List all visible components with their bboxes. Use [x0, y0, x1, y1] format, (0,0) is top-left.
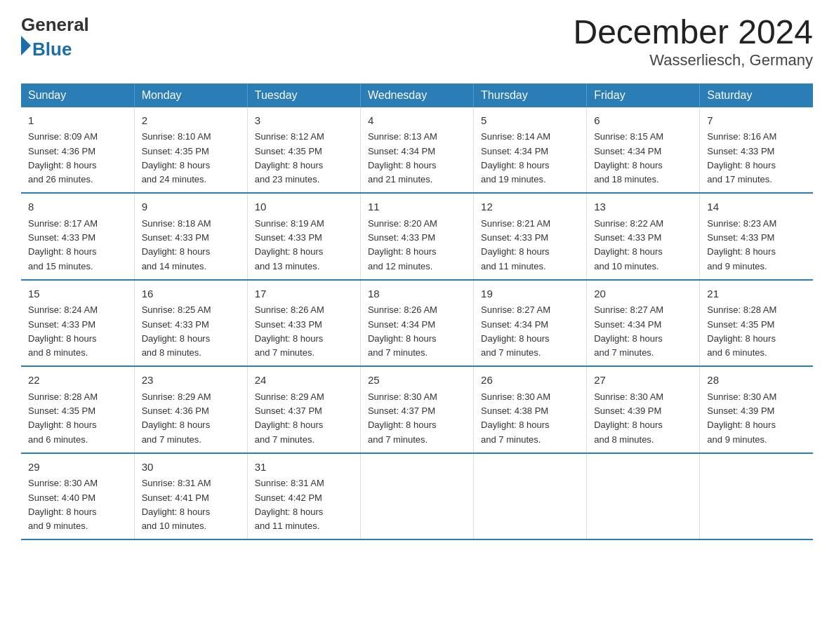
day-info: Sunrise: 8:10 AMSunset: 4:35 PMDaylight:… [142, 131, 211, 185]
day-number: 8 [28, 199, 127, 215]
table-cell: 18Sunrise: 8:26 AMSunset: 4:34 PMDayligh… [360, 280, 473, 367]
day-info: Sunrise: 8:30 AMSunset: 4:39 PMDaylight:… [707, 391, 776, 445]
day-info: Sunrise: 8:28 AMSunset: 4:35 PMDaylight:… [28, 391, 98, 445]
table-cell: 16Sunrise: 8:25 AMSunset: 4:33 PMDayligh… [134, 280, 247, 367]
day-info: Sunrise: 8:23 AMSunset: 4:33 PMDaylight:… [707, 218, 776, 271]
table-cell: 21Sunrise: 8:28 AMSunset: 4:35 PMDayligh… [700, 280, 813, 367]
table-cell: 29Sunrise: 8:30 AMSunset: 4:40 PMDayligh… [21, 453, 134, 540]
table-cell: 2Sunrise: 8:10 AMSunset: 4:35 PMDaylight… [134, 107, 247, 194]
day-number: 14 [707, 199, 806, 215]
table-cell: 27Sunrise: 8:30 AMSunset: 4:39 PMDayligh… [587, 366, 700, 453]
day-info: Sunrise: 8:22 AMSunset: 4:33 PMDaylight:… [594, 218, 663, 271]
day-number: 12 [481, 199, 579, 215]
day-number: 17 [255, 286, 353, 302]
day-number: 21 [707, 286, 806, 302]
day-info: Sunrise: 8:29 AMSunset: 4:37 PMDaylight:… [255, 391, 324, 445]
day-info: Sunrise: 8:12 AMSunset: 4:35 PMDaylight:… [255, 131, 324, 185]
table-cell: 1Sunrise: 8:09 AMSunset: 4:36 PMDaylight… [21, 107, 134, 194]
week-row-2: 8Sunrise: 8:17 AMSunset: 4:33 PMDaylight… [21, 193, 813, 280]
day-info: Sunrise: 8:15 AMSunset: 4:34 PMDaylight:… [594, 131, 663, 185]
day-number: 3 [255, 113, 353, 129]
day-info: Sunrise: 8:29 AMSunset: 4:36 PMDaylight:… [142, 391, 211, 445]
logo: General Blue [21, 14, 89, 60]
day-info: Sunrise: 8:30 AMSunset: 4:38 PMDaylight:… [481, 391, 550, 445]
day-info: Sunrise: 8:27 AMSunset: 4:34 PMDaylight:… [481, 304, 550, 358]
day-info: Sunrise: 8:09 AMSunset: 4:36 PMDaylight:… [28, 131, 98, 185]
day-info: Sunrise: 8:26 AMSunset: 4:33 PMDaylight:… [255, 304, 324, 358]
logo-general-text: General [21, 14, 89, 35]
day-info: Sunrise: 8:31 AMSunset: 4:42 PMDaylight:… [255, 478, 324, 531]
table-cell: 15Sunrise: 8:24 AMSunset: 4:33 PMDayligh… [21, 280, 134, 367]
calendar-title: December 2024 [573, 14, 813, 51]
table-cell: 31Sunrise: 8:31 AMSunset: 4:42 PMDayligh… [247, 453, 360, 540]
day-number: 16 [142, 286, 240, 302]
day-number: 23 [142, 373, 240, 389]
header-wednesday: Wednesday [360, 83, 473, 107]
day-info: Sunrise: 8:25 AMSunset: 4:33 PMDaylight:… [142, 304, 211, 358]
day-info: Sunrise: 8:17 AMSunset: 4:33 PMDaylight:… [28, 218, 98, 271]
table-cell: 3Sunrise: 8:12 AMSunset: 4:35 PMDaylight… [247, 107, 360, 194]
table-cell: 10Sunrise: 8:19 AMSunset: 4:33 PMDayligh… [247, 193, 360, 280]
day-info: Sunrise: 8:31 AMSunset: 4:41 PMDaylight:… [142, 478, 211, 531]
header-thursday: Thursday [474, 83, 587, 107]
day-number: 25 [368, 373, 466, 389]
table-cell: 4Sunrise: 8:13 AMSunset: 4:34 PMDaylight… [360, 107, 473, 194]
table-cell: 19Sunrise: 8:27 AMSunset: 4:34 PMDayligh… [474, 280, 587, 367]
calendar-subtitle: Wasserliesch, Germany [573, 51, 813, 69]
week-row-5: 29Sunrise: 8:30 AMSunset: 4:40 PMDayligh… [21, 453, 813, 540]
table-cell: 23Sunrise: 8:29 AMSunset: 4:36 PMDayligh… [134, 366, 247, 453]
day-number: 30 [142, 459, 240, 476]
day-number: 27 [594, 373, 692, 389]
header-monday: Monday [134, 83, 247, 107]
table-cell: 26Sunrise: 8:30 AMSunset: 4:38 PMDayligh… [474, 366, 587, 453]
day-info: Sunrise: 8:18 AMSunset: 4:33 PMDaylight:… [142, 218, 211, 271]
table-cell: 8Sunrise: 8:17 AMSunset: 4:33 PMDaylight… [21, 193, 134, 280]
calendar-table: SundayMondayTuesdayWednesdayThursdayFrid… [21, 83, 813, 541]
header-sunday: Sunday [21, 83, 134, 107]
table-cell: 6Sunrise: 8:15 AMSunset: 4:34 PMDaylight… [587, 107, 700, 194]
table-cell: 13Sunrise: 8:22 AMSunset: 4:33 PMDayligh… [587, 193, 700, 280]
day-number: 20 [594, 286, 692, 302]
title-block: December 2024 Wasserliesch, Germany [573, 14, 813, 69]
table-cell: 20Sunrise: 8:27 AMSunset: 4:34 PMDayligh… [587, 280, 700, 367]
day-info: Sunrise: 8:30 AMSunset: 4:39 PMDaylight:… [594, 391, 663, 445]
table-cell [474, 453, 587, 540]
day-number: 1 [28, 113, 127, 129]
day-number: 26 [481, 373, 579, 389]
day-number: 2 [142, 113, 240, 129]
day-info: Sunrise: 8:13 AMSunset: 4:34 PMDaylight:… [368, 131, 437, 185]
table-cell: 14Sunrise: 8:23 AMSunset: 4:33 PMDayligh… [700, 193, 813, 280]
table-cell: 24Sunrise: 8:29 AMSunset: 4:37 PMDayligh… [247, 366, 360, 453]
day-info: Sunrise: 8:30 AMSunset: 4:37 PMDaylight:… [368, 391, 437, 445]
table-cell: 5Sunrise: 8:14 AMSunset: 4:34 PMDaylight… [474, 107, 587, 194]
page-header: General Blue December 2024 Wasserliesch,… [21, 14, 813, 69]
day-number: 18 [368, 286, 466, 302]
table-cell: 12Sunrise: 8:21 AMSunset: 4:33 PMDayligh… [474, 193, 587, 280]
day-info: Sunrise: 8:24 AMSunset: 4:33 PMDaylight:… [28, 304, 98, 358]
day-number: 6 [594, 113, 692, 129]
day-number: 11 [368, 199, 466, 215]
day-number: 13 [594, 199, 692, 215]
table-cell: 11Sunrise: 8:20 AMSunset: 4:33 PMDayligh… [360, 193, 473, 280]
day-number: 9 [142, 199, 240, 215]
day-number: 5 [481, 113, 579, 129]
table-cell: 28Sunrise: 8:30 AMSunset: 4:39 PMDayligh… [700, 366, 813, 453]
day-info: Sunrise: 8:21 AMSunset: 4:33 PMDaylight:… [481, 218, 550, 271]
day-info: Sunrise: 8:27 AMSunset: 4:34 PMDaylight:… [594, 304, 663, 358]
table-cell [360, 453, 473, 540]
day-info: Sunrise: 8:19 AMSunset: 4:33 PMDaylight:… [255, 218, 324, 271]
table-cell: 17Sunrise: 8:26 AMSunset: 4:33 PMDayligh… [247, 280, 360, 367]
table-cell: 22Sunrise: 8:28 AMSunset: 4:35 PMDayligh… [21, 366, 134, 453]
day-number: 15 [28, 286, 127, 302]
day-info: Sunrise: 8:30 AMSunset: 4:40 PMDaylight:… [28, 478, 98, 531]
table-cell: 25Sunrise: 8:30 AMSunset: 4:37 PMDayligh… [360, 366, 473, 453]
day-number: 22 [28, 373, 127, 389]
table-cell: 30Sunrise: 8:31 AMSunset: 4:41 PMDayligh… [134, 453, 247, 540]
day-info: Sunrise: 8:28 AMSunset: 4:35 PMDaylight:… [707, 304, 776, 358]
day-info: Sunrise: 8:14 AMSunset: 4:34 PMDaylight:… [481, 131, 550, 185]
week-row-1: 1Sunrise: 8:09 AMSunset: 4:36 PMDaylight… [21, 107, 813, 194]
day-number: 29 [28, 459, 127, 476]
table-cell [587, 453, 700, 540]
header-tuesday: Tuesday [247, 83, 360, 107]
calendar-header-row: SundayMondayTuesdayWednesdayThursdayFrid… [21, 83, 813, 107]
